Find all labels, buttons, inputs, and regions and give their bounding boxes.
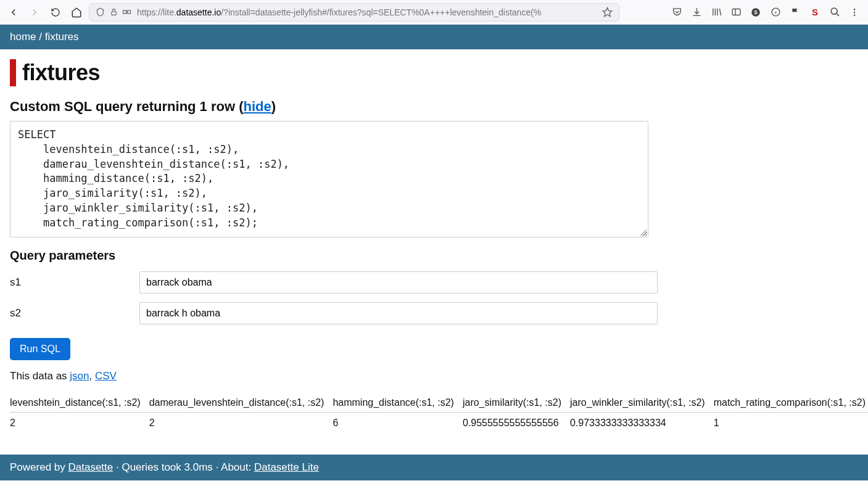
breadcrumb-sep: / bbox=[36, 31, 45, 43]
back-icon[interactable] bbox=[5, 4, 22, 21]
sql-editor[interactable]: SELECT levenshtein_distance(:s1, :s2), d… bbox=[10, 121, 648, 237]
breadcrumb-home[interactable]: home bbox=[10, 31, 36, 43]
cell: 2 bbox=[10, 412, 149, 434]
svg-point-9 bbox=[854, 9, 856, 10]
run-sql-button[interactable]: Run SQL bbox=[10, 338, 70, 360]
lock-icon bbox=[110, 8, 118, 16]
ext-circle-icon[interactable]: S bbox=[747, 4, 764, 21]
title-accent bbox=[10, 59, 16, 86]
hide-link[interactable]: hide bbox=[244, 99, 271, 114]
param-label-s1: s1 bbox=[10, 276, 139, 289]
table-row: 2 2 6 0.9555555555555556 0.9733333333333… bbox=[10, 412, 868, 434]
datasette-link[interactable]: Datasette bbox=[68, 461, 114, 473]
flag-icon[interactable] bbox=[787, 4, 804, 21]
table-header-row: levenshtein_distance(:s1, :s2) damerau_l… bbox=[10, 393, 868, 413]
url-bar[interactable]: https://lite.datasette.io/?install=datas… bbox=[89, 3, 619, 22]
footer: Powered by Datasette · Queries took 3.0m… bbox=[0, 455, 868, 480]
cell: 1 bbox=[714, 412, 868, 434]
svg-point-11 bbox=[854, 14, 856, 16]
param-row-s1: s1 bbox=[10, 271, 858, 294]
about-link[interactable]: Datasette Lite bbox=[254, 461, 319, 473]
permissions-icon bbox=[123, 9, 132, 15]
col-5: match_rating_comparison(:s1, :s2) bbox=[714, 393, 868, 413]
pocket-icon[interactable] bbox=[668, 4, 685, 21]
star-icon[interactable] bbox=[602, 7, 613, 17]
svg-text:S: S bbox=[754, 10, 758, 15]
param-row-s2: s2 bbox=[10, 302, 858, 324]
page-title: fixtures bbox=[10, 59, 858, 86]
cell: 2 bbox=[149, 412, 333, 434]
ext-s-icon[interactable]: S bbox=[806, 4, 824, 21]
library-icon[interactable] bbox=[708, 4, 725, 21]
breadcrumb: home / fixtures bbox=[0, 25, 868, 49]
csv-link[interactable]: CSV bbox=[95, 370, 117, 382]
params-heading: Query parameters bbox=[10, 249, 858, 263]
col-3: jaro_similarity(:s1, :s2) bbox=[463, 393, 570, 413]
breadcrumb-current: fixtures bbox=[45, 31, 79, 43]
cell: 0.9733333333333334 bbox=[570, 412, 714, 434]
param-label-s2: s2 bbox=[10, 307, 139, 319]
col-1: damerau_levenshtein_distance(:s1, :s2) bbox=[149, 393, 333, 413]
query-heading: Custom SQL query returning 1 row (hide) bbox=[10, 99, 858, 115]
info-icon[interactable] bbox=[767, 4, 784, 21]
param-input-s1[interactable] bbox=[139, 271, 658, 294]
menu-icon[interactable] bbox=[846, 4, 863, 21]
svg-rect-2 bbox=[128, 10, 131, 14]
forward-icon[interactable] bbox=[26, 4, 43, 21]
reload-icon[interactable] bbox=[47, 4, 64, 21]
shield-icon bbox=[96, 7, 105, 17]
results-table: levenshtein_distance(:s1, :s2) damerau_l… bbox=[10, 393, 868, 434]
json-link[interactable]: json bbox=[70, 370, 89, 382]
page-title-text: fixtures bbox=[22, 60, 100, 86]
cell: 0.9555555555555556 bbox=[463, 412, 570, 434]
data-as: This data as json, CSV bbox=[10, 370, 858, 382]
download-icon[interactable] bbox=[688, 4, 705, 21]
browser-toolbar: https://lite.datasette.io/?install=datas… bbox=[0, 0, 868, 25]
search-icon[interactable] bbox=[826, 4, 843, 21]
svg-rect-0 bbox=[112, 12, 117, 15]
col-4: jaro_winkler_similarity(:s1, :s2) bbox=[570, 393, 714, 413]
svg-rect-4 bbox=[732, 9, 740, 15]
col-0: levenshtein_distance(:s1, :s2) bbox=[10, 393, 149, 413]
col-2: hamming_distance(:s1, :s2) bbox=[333, 393, 463, 413]
cell: 6 bbox=[333, 412, 463, 434]
param-input-s2[interactable] bbox=[139, 302, 658, 324]
load-row: Load SQLite DB by URL Load CSV by URL Lo… bbox=[0, 480, 868, 486]
home-icon[interactable] bbox=[68, 4, 85, 21]
url-text: https://lite.datasette.io/?install=datas… bbox=[137, 7, 597, 17]
svg-point-10 bbox=[854, 11, 856, 13]
sidebar-icon[interactable] bbox=[727, 4, 745, 21]
svg-marker-3 bbox=[603, 7, 611, 16]
svg-rect-1 bbox=[123, 10, 126, 14]
svg-point-8 bbox=[831, 8, 837, 14]
